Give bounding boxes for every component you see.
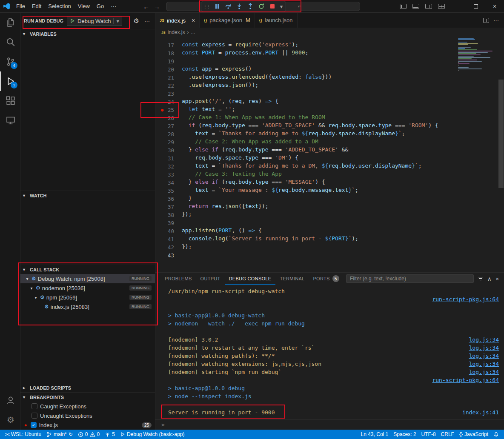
code-line-35[interactable]: 35 text = `Your message : ${req.body.mes… bbox=[155, 187, 457, 195]
indentation[interactable]: Spaces: 2 bbox=[391, 430, 418, 439]
activity-source-control[interactable]: 4 bbox=[0, 52, 20, 71]
gutter[interactable]: 30 bbox=[155, 146, 182, 154]
code-line-18[interactable]: 18 const PORT = process.env.PORT || 9000… bbox=[155, 49, 457, 57]
code-line-36[interactable]: 36 } bbox=[155, 195, 457, 203]
remote-indicator[interactable]: ><WSL: Ubuntu bbox=[3, 430, 44, 439]
gutter[interactable]: 23 bbox=[155, 90, 182, 98]
breadcrumb-more[interactable]: ... bbox=[191, 29, 195, 35]
call-stack-item[interactable]: ▾ ⚙ npm [25059] RUNNING bbox=[20, 293, 155, 302]
code-line-26[interactable]: 26 // Case 1: When App was added to the … bbox=[155, 114, 457, 122]
maximize-panel-icon[interactable]: ∧ bbox=[487, 276, 492, 282]
code-line-40[interactable]: 40 app.listen(PORT, () => { bbox=[155, 227, 457, 235]
code-line-21[interactable]: 21 .use(express.urlencoded({extended: fa… bbox=[155, 74, 457, 82]
breadcrumb[interactable]: JS index.js › ... bbox=[155, 28, 504, 37]
menu-selection[interactable]: Selection bbox=[45, 2, 74, 11]
gutter[interactable]: 29 bbox=[155, 138, 182, 146]
editor-more-icon[interactable]: ⋯ bbox=[493, 17, 499, 23]
gutter[interactable]: 21 bbox=[155, 74, 182, 82]
drag-handle-icon[interactable]: ⋮⋮ bbox=[203, 4, 210, 9]
tab-launch.json[interactable]: {} launch.json bbox=[255, 13, 298, 28]
gutter[interactable]: 34 bbox=[155, 179, 182, 187]
gutter[interactable]: 39 bbox=[155, 219, 182, 227]
code-line-43[interactable]: 43 bbox=[155, 251, 457, 259]
menu-more-icon[interactable]: ⋯ bbox=[107, 3, 120, 9]
code-line-23[interactable]: 23 bbox=[155, 90, 457, 98]
eol[interactable]: CRLF bbox=[438, 430, 457, 439]
code-line-17[interactable]: 17 const express = require('express'); bbox=[155, 41, 457, 49]
gutter[interactable]: 22 bbox=[155, 82, 182, 90]
console-source-link[interactable]: log.js:34 bbox=[469, 353, 499, 359]
code-line-34[interactable]: 34 } else if (req.body.type === 'MESSAGE… bbox=[155, 179, 457, 187]
forward-icon[interactable]: → bbox=[154, 3, 160, 10]
customize-layout-icon[interactable] bbox=[438, 4, 445, 9]
cursor-position[interactable]: Ln 43, Col 1 bbox=[358, 430, 391, 439]
gutter[interactable]: 18 bbox=[155, 49, 182, 57]
config-chevron-icon[interactable]: ▾ bbox=[116, 18, 119, 24]
gutter[interactable]: ● 25 bbox=[155, 106, 182, 114]
gutter[interactable]: 43 bbox=[155, 251, 182, 259]
code-line-27[interactable]: 27 if (req.body.type === 'ADDED_TO_SPACE… bbox=[155, 122, 457, 130]
code-line-25[interactable]: ● 25 let text = ''; bbox=[155, 106, 457, 114]
gutter[interactable]: 17 bbox=[155, 41, 182, 49]
sidebar-more-icon[interactable]: ⋯ bbox=[143, 18, 152, 24]
menu-view[interactable]: View bbox=[74, 2, 93, 11]
watch-section-header[interactable]: ▾ WATCH bbox=[20, 191, 155, 200]
language-mode[interactable]: {}JavaScript bbox=[457, 430, 491, 439]
gutter[interactable]: 36 bbox=[155, 195, 182, 203]
code-line-30[interactable]: 30 } else if (req.body.type === 'ADDED_T… bbox=[155, 146, 457, 154]
back-icon[interactable]: ← bbox=[143, 3, 149, 10]
step-out-icon[interactable] bbox=[245, 2, 256, 11]
gutter[interactable]: 37 bbox=[155, 203, 182, 211]
code-line-33[interactable]: 33 // Case 3: Texting the App bbox=[155, 171, 457, 179]
call-stack-item[interactable]: ⚙ index.js [25083] RUNNING bbox=[20, 302, 155, 311]
code-line-20[interactable]: 20 const app = express() bbox=[155, 66, 457, 74]
notifications[interactable] bbox=[491, 430, 501, 439]
code-line-28[interactable]: 28 text = `Thanks for adding me to ${req… bbox=[155, 130, 457, 138]
console-source-link[interactable]: log.js:34 bbox=[469, 345, 499, 351]
ports-status[interactable]: 5 bbox=[102, 430, 117, 439]
gutter[interactable]: 41 bbox=[155, 235, 182, 243]
breakpoint-checkbox[interactable] bbox=[32, 403, 37, 409]
minimize-button[interactable]: – bbox=[448, 0, 467, 13]
tab-package.json[interactable]: {} package.json M bbox=[200, 13, 255, 28]
activity-remote-explorer[interactable] bbox=[0, 111, 20, 130]
console-source-link[interactable]: index.js:41 bbox=[462, 409, 499, 416]
code-line-39[interactable]: 39 bbox=[155, 219, 457, 227]
code-line-41[interactable]: 41 console.log(`Server is running in por… bbox=[155, 235, 457, 243]
call-stack-item[interactable]: ▾ ⚙ Debug Watch: npm [25008] RUNNING bbox=[20, 274, 155, 283]
pause-icon[interactable] bbox=[212, 2, 223, 11]
encoding[interactable]: UTF-8 bbox=[419, 430, 438, 439]
debug-config-dropdown[interactable]: Debug Watch ▾ bbox=[67, 16, 122, 26]
problems-status[interactable]: 00 bbox=[75, 430, 102, 439]
close-button[interactable]: × bbox=[485, 0, 504, 13]
activity-settings[interactable]: ⚙ bbox=[0, 410, 20, 430]
step-over-icon[interactable] bbox=[223, 2, 234, 11]
stop-icon[interactable] bbox=[267, 2, 278, 11]
code-line-31[interactable]: 31 req.body.space.type === 'DM') { bbox=[155, 154, 457, 162]
close-panel-icon[interactable]: × bbox=[495, 276, 499, 282]
panel-tab-debug-console[interactable]: DEBUG CONSOLE bbox=[225, 273, 276, 285]
console-filter-input[interactable] bbox=[346, 274, 474, 283]
gutter[interactable]: 33 bbox=[155, 171, 182, 179]
split-editor-icon[interactable] bbox=[483, 18, 489, 23]
debug-console-input[interactable]: > bbox=[155, 419, 504, 430]
console-source-link[interactable]: log.js:34 bbox=[469, 369, 499, 375]
gutter[interactable]: 38 bbox=[155, 211, 182, 219]
menu-edit[interactable]: Edit bbox=[29, 2, 45, 11]
breakpoint-checkbox[interactable] bbox=[32, 413, 37, 419]
scrollbar-thumb[interactable] bbox=[498, 80, 504, 188]
toggle-sidebar-icon[interactable] bbox=[400, 4, 407, 9]
console-source-link[interactable]: log.js:34 bbox=[469, 336, 499, 343]
step-into-icon[interactable] bbox=[234, 2, 245, 11]
breadcrumb-file[interactable]: index.js bbox=[168, 29, 185, 35]
call-stack-section-header[interactable]: ▾ CALL STACK bbox=[20, 265, 155, 274]
maximize-button[interactable] bbox=[467, 0, 485, 13]
gutter[interactable]: 27 bbox=[155, 122, 182, 130]
code-line-19[interactable]: 19 bbox=[155, 57, 457, 66]
gutter[interactable]: 26 bbox=[155, 114, 182, 122]
variables-section-header[interactable]: ▾ VARIABLES bbox=[20, 29, 155, 38]
minimap[interactable] bbox=[458, 38, 497, 72]
gutter[interactable]: 32 bbox=[155, 162, 182, 171]
loaded-scripts-section-header[interactable]: ▸ LOADED SCRIPTS bbox=[20, 383, 155, 392]
menu-go[interactable]: Go bbox=[93, 2, 107, 11]
